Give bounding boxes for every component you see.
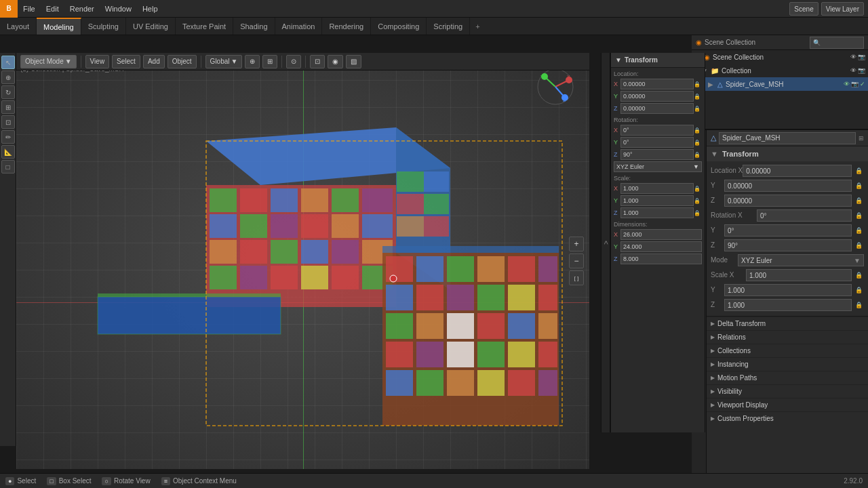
location-y-value[interactable]: 0.00000	[724, 180, 852, 192]
relations-section[interactable]: ▶ Relations	[707, 330, 868, 344]
object-name-link[interactable]: ⊞	[859, 135, 864, 142]
custom-properties-section[interactable]: ▶ Custom Properties	[707, 411, 868, 425]
tab-modeling[interactable]: Modeling	[37, 18, 81, 35]
zoom-in-btn[interactable]: +	[569, 237, 584, 251]
n-rot-y-lock[interactable]: 🔒	[694, 140, 702, 146]
n-sc-y-value[interactable]: 1.000	[620, 195, 694, 206]
properties-transform-header[interactable]: ▼ Transform	[707, 146, 868, 161]
location-z-value[interactable]: 0.00000	[724, 195, 852, 207]
outliner-item-spider-cave[interactable]: ▶ △ Spider_Cave_MSH 👁 📷 ✓	[692, 77, 868, 91]
outliner-search-input[interactable]: 🔍	[810, 37, 864, 49]
rotation-y-link[interactable]: 🔒	[853, 224, 864, 237]
rotation-x-link[interactable]: 🔒	[853, 209, 864, 222]
n-rot-x-value[interactable]: 0°	[620, 125, 694, 136]
n-transform-header[interactable]: ▼ Transform	[611, 53, 705, 68]
rotation-z-link[interactable]: 🔒	[853, 239, 864, 251]
n-panel-toggle[interactable]: <	[601, 53, 610, 432]
location-y-link[interactable]: 🔒	[853, 180, 864, 192]
object-menu-btn[interactable]: Object	[167, 55, 197, 68]
tab-compositing[interactable]: Compositing	[371, 18, 427, 35]
object-visibility-icon[interactable]: 👁	[844, 81, 850, 87]
n-loc-z-lock[interactable]: 🔒	[694, 106, 702, 112]
n-loc-y-value[interactable]: 0.00000	[620, 91, 694, 102]
scale-x-link[interactable]: 🔒	[853, 269, 864, 281]
xray-toggle[interactable]: ▨	[346, 55, 361, 68]
n-sc-y-lock[interactable]: 🔒	[694, 198, 702, 204]
tool-rotate[interactable]: ↻	[1, 85, 15, 99]
zoom-to-fit-btn[interactable]: [ ]	[569, 270, 584, 285]
object-render-icon[interactable]: 📷	[851, 81, 859, 87]
visibility-section[interactable]: ▶ Visibility	[707, 384, 868, 398]
pivot-point[interactable]: ⊕	[245, 55, 260, 68]
tool-add-cube[interactable]: □	[1, 160, 15, 174]
tab-texture-paint[interactable]: Texture Paint	[176, 18, 233, 35]
tool-annotate[interactable]: ✏	[1, 130, 15, 144]
mode-dropdown[interactable]: Object Mode ▼	[20, 55, 77, 68]
rotation-mode-dropdown[interactable]: XYZ Euler ▼	[738, 254, 864, 266]
menu-render[interactable]: Render	[64, 0, 100, 17]
visibility-icon[interactable]: 👁	[850, 54, 856, 60]
n-rot-z-lock[interactable]: 🔒	[694, 152, 702, 158]
add-menu-btn[interactable]: Add	[143, 55, 165, 68]
n-dim-y-value[interactable]: 24.000	[620, 241, 702, 252]
show-gizmos[interactable]: ⊡	[310, 55, 325, 68]
tab-animation[interactable]: Animation	[275, 18, 323, 35]
outliner-item-scene-collection[interactable]: ▼ ◉ Scene Collection 👁 📷	[692, 50, 868, 64]
select-menu-btn[interactable]: Select	[112, 55, 140, 68]
location-z-link[interactable]: 🔒	[853, 195, 864, 207]
scale-x-value[interactable]: 1.000	[746, 269, 852, 281]
collection-visibility-icon[interactable]: 👁	[850, 67, 856, 74]
scale-y-link[interactable]: 🔒	[853, 284, 864, 296]
menu-window[interactable]: Window	[100, 0, 137, 17]
n-sc-x-lock[interactable]: 🔒	[694, 186, 702, 192]
n-rot-z-value[interactable]: 90°	[620, 149, 694, 160]
n-dim-z-value[interactable]: 8.000	[620, 253, 702, 264]
menu-edit[interactable]: Edit	[41, 0, 64, 17]
delta-transform-section[interactable]: ▶ Delta Transform	[707, 317, 868, 330]
tool-transform[interactable]: ⊡	[1, 115, 15, 129]
rotation-x-value[interactable]: 0°	[757, 209, 852, 222]
tab-scripting[interactable]: Scripting	[427, 18, 470, 35]
n-rot-x-lock[interactable]: 🔒	[694, 127, 702, 134]
rotation-y-value[interactable]: 0°	[724, 224, 852, 237]
n-sc-x-value[interactable]: 1.000	[620, 183, 694, 194]
add-workspace-button[interactable]: +	[470, 22, 485, 30]
n-loc-x-value[interactable]: 0.00000	[620, 79, 694, 89]
n-rotation-mode-dropdown[interactable]: XYZ Euler ▼	[614, 161, 702, 172]
n-loc-x-lock[interactable]: 🔒	[694, 81, 702, 87]
n-sc-z-value[interactable]: 1.000	[620, 207, 694, 218]
n-loc-z-value[interactable]: 0.00000	[620, 103, 694, 114]
tool-cursor[interactable]: ↖	[1, 56, 15, 69]
navigation-gizmo[interactable]: Y X Z	[535, 66, 576, 107]
n-rot-y-value[interactable]: 0°	[620, 137, 694, 148]
motion-paths-section[interactable]: ▶ Motion Paths	[707, 371, 868, 384]
zoom-out-btn[interactable]: −	[569, 253, 584, 268]
snapping-toggle[interactable]: ⊞	[262, 55, 277, 68]
viewport-display-section[interactable]: ▶ Viewport Display	[707, 398, 868, 411]
rotation-z-value[interactable]: 90°	[724, 239, 852, 251]
tab-layout[interactable]: Layout	[0, 18, 37, 35]
n-dim-x-value[interactable]: 26.000	[620, 229, 702, 240]
menu-help[interactable]: Help	[137, 0, 163, 17]
overlay-toggle[interactable]: ◉	[328, 55, 343, 68]
render-icon[interactable]: 📷	[858, 54, 865, 60]
proportional-edit[interactable]: ⊙	[286, 55, 301, 68]
collections-section[interactable]: ▶ Collections	[707, 344, 868, 357]
outliner-item-collection[interactable]: ▼ 📁 Collection 👁 📷	[692, 64, 868, 77]
tab-shading[interactable]: Shading	[233, 18, 275, 35]
view-menu-btn[interactable]: View	[85, 55, 110, 68]
scale-y-value[interactable]: 1.000	[724, 284, 852, 296]
instancing-section[interactable]: ▶ Instancing	[707, 357, 868, 371]
location-x-value[interactable]: 0.00000	[743, 165, 852, 177]
viewport-3d[interactable]: User Perspective (1) Collection | Spider…	[16, 53, 589, 469]
scene-selector[interactable]: Scene	[789, 2, 818, 16]
tab-uv-editing[interactable]: UV Editing	[126, 18, 176, 35]
tab-rendering[interactable]: Rendering	[322, 18, 371, 35]
object-name-input[interactable]: Spider_Cave_MSH	[719, 132, 856, 144]
tool-move[interactable]: ⊕	[1, 70, 15, 84]
n-sc-z-lock[interactable]: 🔒	[694, 210, 702, 216]
collection-render-icon[interactable]: 📷	[858, 67, 865, 74]
transform-space[interactable]: Global ▼	[205, 55, 243, 68]
tool-measure[interactable]: 📐	[1, 145, 15, 159]
view-layer-selector[interactable]: View Layer	[821, 2, 864, 16]
